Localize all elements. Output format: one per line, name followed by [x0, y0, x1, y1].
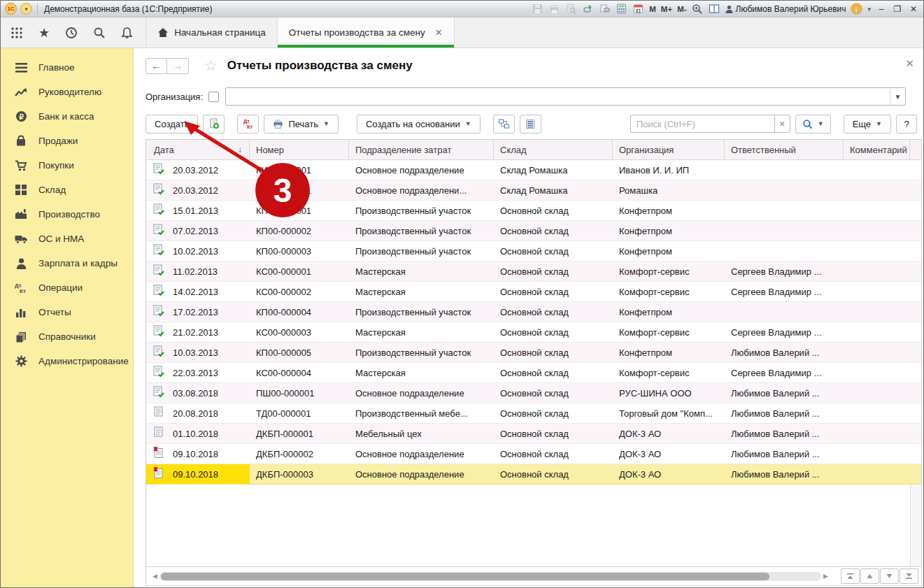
column-header-warehouse[interactable]: Склад	[494, 140, 613, 159]
sidebar-item-rukovoditelyu[interactable]: Руководителю	[1, 80, 133, 104]
history-icon[interactable]	[65, 27, 78, 39]
maximize-button[interactable]: ❐	[892, 4, 903, 14]
cell-comment[interactable]	[844, 444, 910, 464]
scroll-right-icon[interactable]: ▶	[821, 573, 830, 580]
cell-organization[interactable]: ДОК-3 АО	[613, 464, 725, 484]
cell-warehouse[interactable]: Основной склад	[494, 322, 613, 342]
cell-organization[interactable]: Комфорт-сервис	[613, 261, 725, 281]
cell-department[interactable]: Производственный участок	[349, 343, 494, 362]
cell-number[interactable]: КП00-000002	[250, 221, 349, 241]
cell-date[interactable]: 10.02.2013	[146, 241, 250, 261]
cell-department[interactable]: Основное подразделени...	[349, 180, 494, 200]
cell-number[interactable]: КП00-000004	[250, 302, 349, 322]
cell-warehouse[interactable]: Основной склад	[494, 221, 613, 241]
info-icon[interactable]: i	[851, 3, 862, 15]
cell-department[interactable]: Основное подразделение	[349, 383, 494, 403]
cell-comment[interactable]	[844, 363, 910, 382]
go-next-button[interactable]	[880, 568, 899, 584]
table-row[interactable]: 10.03.2013КП00-000005Производственный уч…	[146, 343, 921, 363]
cell-organization[interactable]: Конфетпром	[613, 241, 725, 261]
sidebar-item-operacii[interactable]: ДтКтОперации	[1, 275, 133, 300]
favorite-star-icon[interactable]: ☆	[204, 57, 218, 74]
form-close-icon[interactable]: ✕	[905, 58, 914, 69]
cell-organization[interactable]: Ромашка	[613, 180, 725, 200]
table-row[interactable]: 09.10.2018ДКБП-000003Основное подразделе…	[146, 464, 921, 485]
cell-organization[interactable]: РУС-ШИНА ООО	[613, 383, 725, 403]
memory-m-plus-button[interactable]: M+	[661, 5, 672, 13]
apps-menu-icon[interactable]	[10, 27, 23, 39]
sidebar-item-otchety[interactable]: Отчеты	[1, 300, 133, 324]
table-row[interactable]: 11.02.2013КС00-000001МастерскаяОсновной …	[146, 261, 921, 282]
cell-department[interactable]: Основное подразделение	[349, 464, 494, 484]
column-header-comment[interactable]: Комментарий	[844, 140, 910, 159]
system-menu-dropdown-icon[interactable]: ▾	[20, 3, 32, 15]
zoom-icon[interactable]	[692, 3, 704, 15]
sidebar-item-os-nma[interactable]: ОС и НМА	[1, 227, 133, 251]
sidebar-item-spravochniki[interactable]: Справочники	[1, 324, 133, 349]
memory-m-button[interactable]: M	[649, 5, 656, 13]
close-button[interactable]: ✕	[908, 4, 919, 14]
cell-date[interactable]: 09.10.2018	[146, 464, 250, 484]
cell-responsible[interactable]: Любимов Валерий ...	[725, 403, 844, 423]
table-row[interactable]: 17.02.2013КП00-000004Производственный уч…	[146, 302, 921, 322]
tab-home[interactable]: Начальная страница	[145, 17, 277, 48]
cell-responsible[interactable]	[725, 180, 844, 200]
cell-responsible[interactable]: Любимов Валерий ...	[725, 444, 844, 464]
cell-comment[interactable]	[844, 322, 910, 342]
cell-number[interactable]: ДКБП-000003	[250, 464, 349, 484]
sidebar-item-zarplata-kadry[interactable]: Зарплата и кадры	[1, 251, 133, 275]
info-dropdown-icon[interactable]: ▾	[867, 6, 871, 13]
table-row[interactable]: 20.08.2018ТД00-000001Производственный ме…	[146, 403, 921, 424]
table-row[interactable]: 20.03.2012КР00-000001Основное подразделе…	[146, 180, 921, 201]
global-search-icon[interactable]	[93, 27, 106, 39]
sidebar-item-proizvodstvo[interactable]: Производство	[1, 202, 133, 227]
cell-date[interactable]: 11.02.2013	[146, 261, 250, 281]
cell-date[interactable]: 10.03.2013	[146, 343, 250, 362]
table-row[interactable]: 14.02.2013КС00-000002МастерскаяОсновной …	[146, 282, 921, 302]
cell-responsible[interactable]: Сергеев Владимир ...	[725, 261, 844, 281]
cell-comment[interactable]	[844, 261, 910, 281]
cell-organization[interactable]: ДОК-3 АО	[613, 424, 725, 443]
cell-department[interactable]: Производственный мебе...	[349, 403, 494, 423]
cell-warehouse[interactable]: Основной склад	[494, 241, 613, 261]
search-clear-icon[interactable]: ✕	[774, 115, 790, 133]
column-header-date[interactable]: Дата↓	[146, 140, 250, 159]
create-based-on-button[interactable]: Создать на основании▼	[357, 115, 481, 134]
cell-warehouse[interactable]: Основной склад	[494, 464, 613, 484]
cell-organization[interactable]: Конфетпром	[613, 221, 725, 241]
cell-number[interactable]: КП00-000001	[250, 201, 349, 220]
calculator-icon[interactable]	[616, 3, 627, 15]
cell-warehouse[interactable]: Основной склад	[494, 444, 613, 464]
related-documents-icon[interactable]	[493, 115, 515, 134]
cell-department[interactable]: Производственный участок	[349, 221, 494, 241]
cell-date[interactable]: 20.08.2018	[146, 403, 250, 423]
table-row[interactable]: 03.08.2018ПШ00-000001Основное подразделе…	[146, 383, 921, 403]
cell-comment[interactable]	[844, 160, 910, 180]
column-header-organization[interactable]: Организация	[613, 140, 725, 159]
horizontal-scroll-thumb[interactable]	[161, 573, 769, 580]
more-button[interactable]: Еще▼	[844, 115, 891, 134]
table-row[interactable]: 09.10.2018ДКБП-000002Основное подразделе…	[146, 444, 921, 464]
cell-number[interactable]: ПШ00-000001	[250, 383, 349, 403]
cell-comment[interactable]	[844, 201, 910, 220]
current-user[interactable]: Любимов Валерий Юрьевич	[725, 4, 846, 14]
create-button[interactable]: Создать	[145, 115, 198, 134]
cell-department[interactable]: Основное подразделение	[349, 160, 494, 180]
table-row[interactable]: 15.01.2013КП00-000001Производственный уч…	[146, 201, 921, 221]
minimize-button[interactable]: –	[876, 4, 887, 14]
cell-department[interactable]: Мастерская	[349, 261, 494, 281]
cell-department[interactable]: Производственный участок	[349, 241, 494, 261]
cell-department[interactable]: Мастерская	[349, 282, 494, 301]
cell-responsible[interactable]	[725, 302, 844, 322]
preview-icon[interactable]	[565, 3, 577, 15]
table-row[interactable]: 01.10.2018ДКБП-000001Мебельный цехОсновн…	[146, 424, 921, 444]
favorites-icon[interactable]: ★	[38, 27, 50, 39]
sidebar-item-pokupki[interactable]: Покупки	[1, 153, 133, 178]
cell-responsible[interactable]	[725, 221, 844, 241]
print-menu-button[interactable]: Печать▼	[264, 115, 339, 134]
cell-organization[interactable]: Комфорт-сервис	[613, 363, 725, 382]
cell-number[interactable]: КС00-000003	[250, 322, 349, 342]
cell-comment[interactable]	[844, 403, 910, 423]
memory-m-minus-button[interactable]: M-	[677, 5, 686, 13]
search-input[interactable]	[630, 115, 774, 133]
